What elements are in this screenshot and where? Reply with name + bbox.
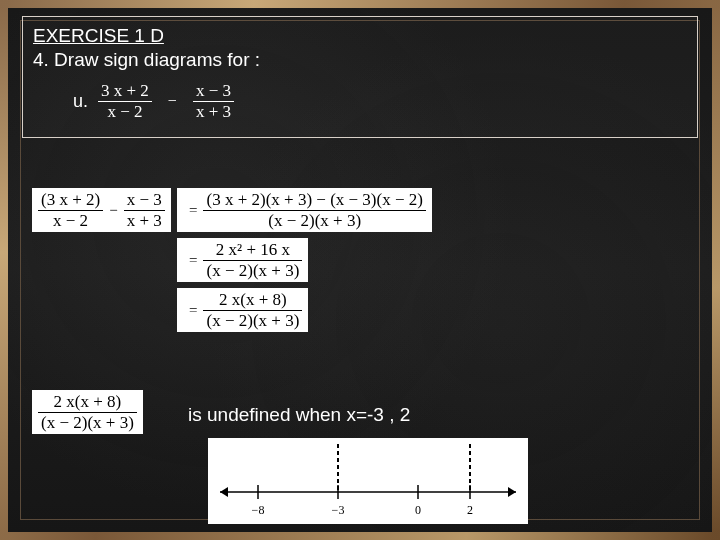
minus-icon: −: [162, 92, 183, 110]
work-lhs: (3 x + 2) x − 2 − x − 3 x + 3: [32, 188, 171, 232]
equals-sign: =: [183, 252, 203, 269]
step1-den: (x − 2)(x + 3): [265, 211, 364, 231]
lhs-f2-num: x − 3: [124, 190, 165, 210]
step-2: = 2 x² + 16 x (x − 2)(x + 3): [177, 238, 432, 282]
step3-frac: 2 x(x + 8) (x − 2)(x + 3): [203, 290, 302, 330]
rhs-column: = (3 x + 2)(x + 3) − (x − 3)(x − 2) (x −…: [177, 188, 432, 332]
expr-f2-den: x + 3: [193, 102, 234, 122]
lhs-f1-num: (3 x + 2): [38, 190, 103, 210]
equals-sign: =: [183, 202, 203, 219]
item-label: u.: [73, 91, 88, 112]
tick-label: −8: [252, 503, 265, 517]
lhs-frac-1: (3 x + 2) x − 2: [38, 190, 103, 230]
expr-f1-den: x − 2: [104, 102, 145, 122]
expr-frac-2: x − 3 x + 3: [193, 81, 234, 121]
final-num: 2 x(x + 8): [51, 392, 125, 412]
minus-icon: −: [103, 202, 123, 219]
exercise-title: EXERCISE 1 D: [33, 25, 687, 47]
lhs-f1-den: x − 2: [50, 211, 91, 231]
number-line-diagram: −8 −3 0 2: [208, 438, 528, 524]
svg-marker-2: [220, 487, 228, 497]
lhs-frac-2: x − 3 x + 3: [124, 190, 165, 230]
undefined-statement: is undefined when x=-3 , 2: [188, 404, 410, 426]
lhs-f2-den: x + 3: [124, 211, 165, 231]
step2-num: 2 x² + 16 x: [213, 240, 293, 260]
final-expression: 2 x(x + 8) (x − 2)(x + 3): [32, 390, 143, 434]
step2-frac: 2 x² + 16 x (x − 2)(x + 3): [203, 240, 302, 280]
expr-frac-1: 3 x + 2 x − 2: [98, 81, 152, 121]
exercise-box: EXERCISE 1 D 4. Draw sign diagrams for :…: [22, 16, 698, 138]
step1-frac: (3 x + 2)(x + 3) − (x − 3)(x − 2) (x − 2…: [203, 190, 425, 230]
expr-f1-num: 3 x + 2: [98, 81, 152, 101]
final-den: (x − 2)(x + 3): [38, 413, 137, 433]
step-1: = (3 x + 2)(x + 3) − (x − 3)(x − 2) (x −…: [177, 188, 432, 232]
step3-den: (x − 2)(x + 3): [203, 311, 302, 331]
equals-sign: =: [183, 302, 203, 319]
step1-num: (3 x + 2)(x + 3) − (x − 3)(x − 2): [203, 190, 425, 210]
slide-frame: EXERCISE 1 D 4. Draw sign diagrams for :…: [0, 0, 720, 540]
step2-den: (x − 2)(x + 3): [203, 261, 302, 281]
tick-label: 0: [415, 503, 421, 517]
step3-num: 2 x(x + 8): [216, 290, 290, 310]
expr-f2-num: x − 3: [193, 81, 234, 101]
exercise-prompt: 4. Draw sign diagrams for :: [33, 49, 687, 71]
step-3: = 2 x(x + 8) (x − 2)(x + 3): [177, 288, 432, 332]
tick-label: 2: [467, 503, 473, 517]
exercise-item: u. 3 x + 2 x − 2 − x − 3 x + 3: [73, 81, 687, 121]
tick-label: −3: [332, 503, 345, 517]
svg-marker-1: [508, 487, 516, 497]
